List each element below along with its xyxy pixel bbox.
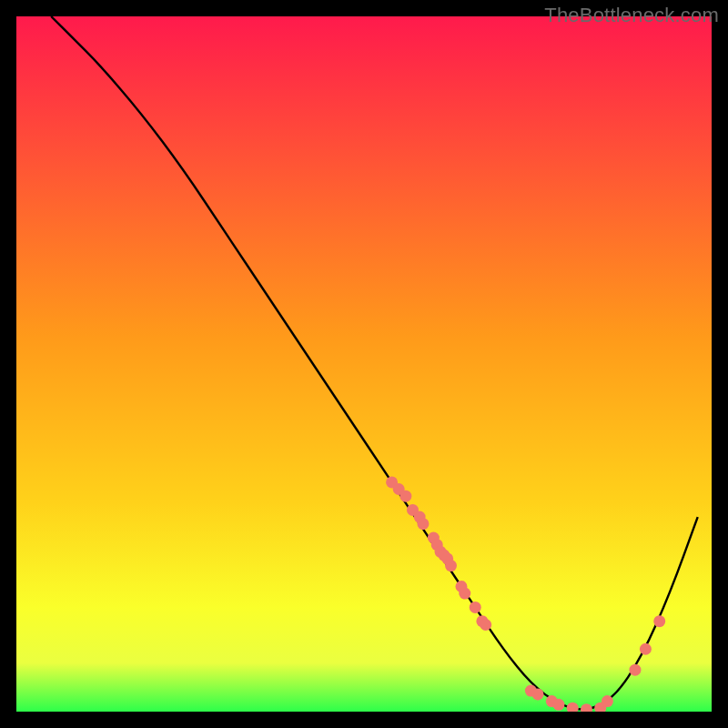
bottleneck-chart [0, 0, 728, 728]
data-marker [399, 490, 411, 502]
data-marker [640, 643, 652, 655]
chart-container: TheBottleneck.com [0, 0, 728, 728]
frame-left [0, 0, 16, 728]
frame-bottom [0, 712, 728, 728]
data-marker [532, 688, 544, 700]
data-marker [417, 518, 429, 530]
data-marker [459, 588, 470, 600]
data-marker [445, 560, 457, 571]
data-marker [653, 615, 665, 627]
data-marker [480, 619, 491, 631]
data-marker [552, 699, 564, 711]
data-marker [629, 664, 641, 676]
watermark-text: TheBottleneck.com [544, 4, 719, 27]
frame-right [712, 0, 728, 728]
gradient-background [16, 16, 712, 712]
data-marker [470, 602, 481, 613]
data-marker [602, 695, 613, 707]
